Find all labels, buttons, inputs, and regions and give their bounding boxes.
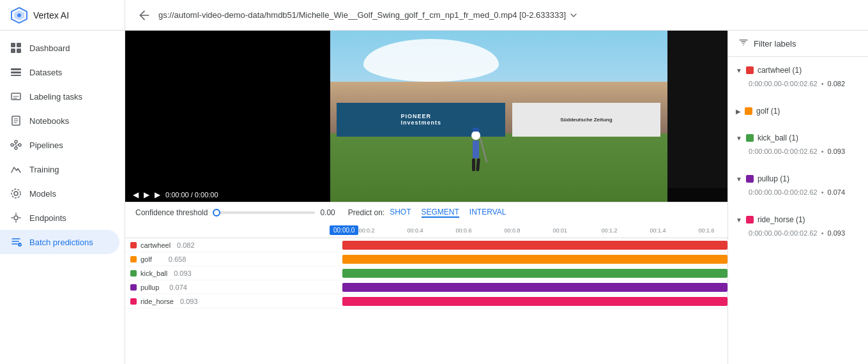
file-path-selector[interactable]: gs://automl-video-demo-data/hmdb51/Miche… xyxy=(158,10,579,20)
pipelines-icon xyxy=(10,139,22,151)
svg-point-18 xyxy=(18,243,22,246)
ride-horse-dot: • xyxy=(821,229,824,237)
ruler-tick-4: 00:0.8 xyxy=(504,227,552,234)
video-left-padding xyxy=(125,31,330,202)
video-time-display: 0:00:00 / 0:00:00 xyxy=(165,191,218,199)
svg-point-12 xyxy=(15,140,17,143)
ruler-tick-1: 00:0.2 xyxy=(358,227,407,234)
ruler-tick-6: 00:1.2 xyxy=(601,227,650,234)
kick-ball-swatch xyxy=(746,134,754,142)
labeling-icon xyxy=(10,91,22,102)
sidebar-item-dashboard[interactable]: Dashboard xyxy=(0,36,119,60)
label-info-ride-horse: ride_horse 0.093 xyxy=(125,298,342,305)
current-time-marker: 00:00.0 xyxy=(330,225,358,235)
sidebar-nav: Dashboard Datasets Labeling tasks Notebo… xyxy=(0,31,125,364)
kick-ball-header-label: kick_ball (1) xyxy=(758,133,798,142)
pullup-chevron: ▼ xyxy=(736,176,742,183)
svg-point-2 xyxy=(17,13,21,17)
svg-point-15 xyxy=(14,192,18,195)
ride-horse-track-bar-area xyxy=(342,297,727,306)
cartwheel-dot: • xyxy=(821,80,824,87)
svg-rect-6 xyxy=(17,49,21,53)
ruler-tick-3: 00:0.6 xyxy=(455,227,504,234)
confidence-bar: Confidence threshold 0.00 Predict on: SH… xyxy=(125,202,727,223)
ruler-tick-5: 00:01 xyxy=(552,227,601,234)
golf-header[interactable]: ▶ golf (1) xyxy=(728,103,868,119)
sidebar-item-training[interactable]: Training xyxy=(0,157,119,181)
right-panel-golf: ▶ golf (1) xyxy=(728,98,868,125)
cartwheel-color-dot xyxy=(130,242,137,248)
label-info-pullup: pullup 0.074 xyxy=(125,284,342,291)
golf-chevron: ▶ xyxy=(736,108,741,115)
sidebar-item-label: Dashboard xyxy=(29,43,70,53)
play-pause-button[interactable]: ▶ xyxy=(144,190,149,199)
filter-label: Filter labels xyxy=(754,39,796,49)
confidence-slider[interactable] xyxy=(213,211,315,214)
ride-horse-header[interactable]: ▼ ride_horse (1) xyxy=(728,211,868,228)
ride-horse-detail-score: 0.093 xyxy=(828,229,846,237)
predict-interval[interactable]: INTERVAL xyxy=(469,208,506,218)
ruler-tick-2: 00:0.4 xyxy=(407,227,455,234)
app-logo: Vertex AI xyxy=(0,0,125,31)
cartwheel-track-bar xyxy=(342,241,727,250)
sidebar-item-label: Training xyxy=(29,165,59,174)
slider-thumb[interactable] xyxy=(213,209,220,216)
sidebar-item-labeling-tasks[interactable]: Labeling tasks xyxy=(0,84,119,109)
kick-ball-header[interactable]: ▼ kick_ball (1) xyxy=(728,130,868,146)
sidebar-item-notebooks[interactable]: Notebooks xyxy=(0,109,119,133)
sidebar-item-pipelines[interactable]: Pipelines xyxy=(0,133,119,157)
golf-label: golf xyxy=(141,255,152,263)
predict-shot[interactable]: SHOT xyxy=(390,208,411,218)
sidebar-item-label: Notebooks xyxy=(29,116,69,126)
content-area: PIONEERInvestments Süddeutsche Zeitung xyxy=(125,31,868,364)
ride-horse-time-range: 0:00:00.00-0:00:02.62 xyxy=(749,229,818,237)
sidebar-item-batch-predictions[interactable]: Batch predictions xyxy=(0,230,119,254)
back-button[interactable] xyxy=(135,6,153,24)
pullup-dot: • xyxy=(821,188,824,196)
pullup-header[interactable]: ▼ pullup (1) xyxy=(728,171,868,187)
pullup-swatch xyxy=(746,175,754,183)
file-path-text: gs://automl-video-demo-data/hmdb51/Miche… xyxy=(158,10,566,20)
sidebar-item-endpoints[interactable]: Endpoints xyxy=(0,206,119,230)
svg-point-13 xyxy=(15,147,17,149)
cartwheel-swatch xyxy=(746,66,754,74)
golf-track-bar-area xyxy=(342,255,727,264)
sidebar-item-label: Batch predictions xyxy=(29,238,93,247)
svg-point-11 xyxy=(11,144,13,146)
golfer-figure xyxy=(471,131,480,171)
label-track-ride-horse: ride_horse 0.093 xyxy=(125,294,727,308)
kick-ball-track-bar-area xyxy=(342,269,727,278)
kick-ball-detail: 0:00:00.00-0:00:02.62 • 0.093 xyxy=(728,146,868,160)
sidebar-item-label: Pipelines xyxy=(29,140,63,150)
svg-rect-3 xyxy=(11,43,15,47)
sidebar-item-datasets[interactable]: Datasets xyxy=(0,60,119,84)
pullup-detail-score: 0.074 xyxy=(828,188,846,196)
cartwheel-track-bar-area xyxy=(342,241,727,250)
label-track-cartwheel: cartwheel 0.082 xyxy=(125,238,727,252)
timeline-ruler: 00:00.0 00:0.2 00:0.4 00:0.6 00:0.8 00:0… xyxy=(125,223,727,238)
confidence-label: Confidence threshold xyxy=(135,208,208,217)
dropdown-arrow-icon xyxy=(568,10,579,20)
pullup-track-bar-area xyxy=(342,283,727,292)
video-right-padding xyxy=(667,31,727,202)
svg-point-14 xyxy=(19,144,21,146)
predict-on-label: Predict on: xyxy=(348,208,385,217)
ride-horse-track-bar xyxy=(342,297,727,306)
predict-segment[interactable]: SEGMENT xyxy=(422,208,459,218)
datasets-icon xyxy=(10,66,22,78)
video-section: PIONEERInvestments Süddeutsche Zeitung xyxy=(125,31,727,364)
cartwheel-header[interactable]: ▼ cartwheel (1) xyxy=(728,62,868,79)
sidebar-item-label: Models xyxy=(29,189,56,199)
golf-header-label: golf (1) xyxy=(756,107,780,116)
sidebar-item-models[interactable]: Models xyxy=(0,181,119,206)
next-frame-button[interactable]: ▶ xyxy=(155,190,160,199)
cartwheel-time-range: 0:00:00.00-0:00:02.62 xyxy=(749,80,818,87)
right-panel-cartwheel: ▼ cartwheel (1) 0:00:00.00-0:00:02.62 • … xyxy=(728,57,868,98)
svg-rect-8 xyxy=(11,72,21,73)
pullup-track-bar xyxy=(342,283,727,292)
filter-header: Filter labels xyxy=(728,31,868,57)
prev-frame-button[interactable]: ◀ xyxy=(133,190,139,199)
training-icon xyxy=(10,163,22,175)
ride-horse-detail: 0:00:00.00-0:00:02.62 • 0.093 xyxy=(728,228,868,242)
ride-horse-header-label: ride_horse (1) xyxy=(758,215,805,224)
